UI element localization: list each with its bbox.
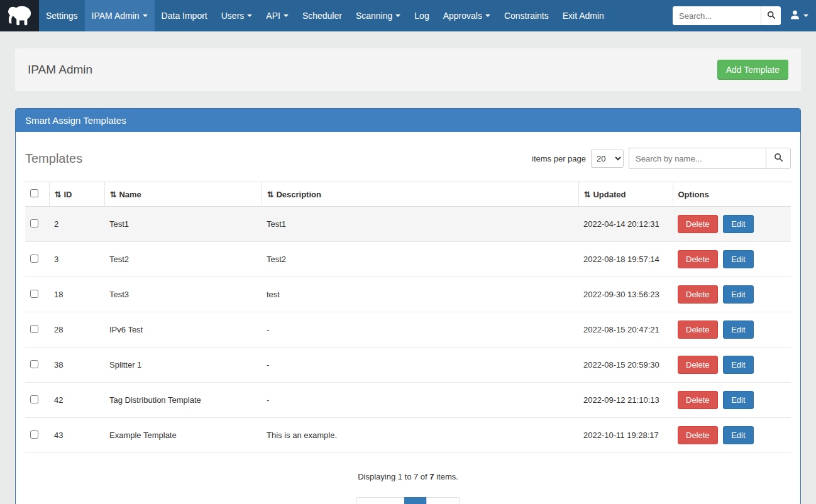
caret-down-icon [485, 14, 490, 17]
cell-id: 42 [49, 383, 104, 418]
previous-page-button[interactable]: Previous [356, 497, 405, 504]
nav-item-label: API [266, 11, 280, 21]
row-checkbox[interactable] [30, 395, 38, 403]
cell-id: 43 [49, 418, 104, 453]
templates-table-body: 2 Test1 Test1 2022-04-14 20:12:31 Delete… [25, 207, 791, 453]
column-header-description[interactable]: ⇅Description [262, 182, 578, 207]
caret-down-icon [803, 14, 808, 17]
nav-item-label: Data Import [162, 11, 207, 21]
cell-updated: 2022-08-15 20:59:30 [578, 348, 673, 383]
delete-button[interactable]: Delete [678, 250, 718, 268]
edit-button[interactable]: Edit [723, 391, 753, 409]
cell-options: Delete Edit [673, 418, 791, 453]
edit-button[interactable]: Edit [723, 250, 753, 268]
delete-button[interactable]: Delete [678, 391, 718, 409]
edit-button[interactable]: Edit [723, 320, 753, 339]
row-checkbox[interactable] [30, 430, 38, 439]
table-row: 3 Test2 Test2 2022-08-18 19:57:14 Delete… [25, 242, 791, 277]
user-menu[interactable] [790, 9, 808, 22]
edit-button[interactable]: Edit [723, 356, 753, 374]
panel-body: Templates items per page 20 [16, 132, 800, 504]
cell-id: 38 [49, 348, 104, 383]
table-header-row: ⇅ID ⇅Name ⇅Description ⇅Updated Options [25, 182, 791, 207]
navbar-search-input[interactable] [673, 6, 761, 25]
column-header-options: Options [673, 182, 791, 207]
search-icon [774, 153, 783, 164]
mammoth-logo-icon [6, 3, 33, 29]
row-checkbox[interactable] [30, 219, 38, 227]
edit-button[interactable]: Edit [723, 426, 753, 444]
cell-name: IPv6 Test [104, 312, 262, 348]
items-per-page-label: items per page [532, 154, 586, 163]
row-checkbox[interactable] [30, 325, 38, 333]
nav-item-ipam-admin[interactable]: IPAM Admin [85, 0, 155, 31]
add-template-button[interactable]: Add Template [717, 60, 788, 80]
name-search-input[interactable] [629, 148, 766, 169]
column-header-updated[interactable]: ⇅Updated [578, 182, 673, 207]
nav-item-label: Users [221, 11, 245, 21]
cell-id: 18 [49, 277, 104, 312]
nav-item-data-import[interactable]: Data Import [155, 0, 214, 31]
row-checkbox[interactable] [30, 360, 38, 368]
next-page-button[interactable]: Next [426, 497, 461, 504]
edit-button[interactable]: Edit [723, 285, 753, 304]
table-row: 18 Test3 test 2022-09-30 13:56:23 Delete… [25, 277, 791, 312]
nav-item-label: Log [414, 11, 429, 21]
select-all-checkbox[interactable] [30, 189, 38, 197]
table-row: 2 Test1 Test1 2022-04-14 20:12:31 Delete… [25, 207, 791, 242]
cell-id: 2 [49, 207, 104, 242]
delete-button[interactable]: Delete [678, 320, 718, 339]
name-search-button[interactable] [766, 148, 791, 169]
delete-button[interactable]: Delete [678, 426, 718, 444]
nav-item-label: Settings [46, 11, 78, 21]
cell-name: Tag Distribution Template [104, 383, 262, 418]
nav-item-constraints[interactable]: Constraints [497, 0, 556, 31]
table-row: 42 Tag Distribution Template - 2022-09-1… [25, 383, 791, 418]
page-title: IPAM Admin [28, 63, 92, 77]
table-row: 28 IPv6 Test - 2022-08-15 20:47:21 Delet… [25, 312, 791, 348]
cell-description: This is an example. [262, 418, 578, 453]
column-header-id[interactable]: ⇅ID [49, 182, 104, 207]
navbar-menu: Settings IPAM Admin Data Import Users AP… [39, 0, 611, 31]
sort-icon[interactable]: ⇅ [584, 190, 591, 199]
cell-id: 28 [49, 312, 104, 348]
cell-name: Test2 [104, 242, 262, 277]
delete-button[interactable]: Delete [678, 215, 718, 233]
sort-icon[interactable]: ⇅ [110, 190, 117, 199]
caret-down-icon [395, 14, 400, 17]
edit-button[interactable]: Edit [723, 215, 753, 233]
column-header-name[interactable]: ⇅Name [104, 182, 262, 207]
nav-item-label: Constraints [504, 11, 549, 21]
row-checkbox[interactable] [30, 255, 38, 263]
cell-description: - [262, 383, 578, 418]
nav-item-exit-admin[interactable]: Exit Admin [556, 0, 611, 31]
nav-item-scheduler[interactable]: Scheduler [295, 0, 349, 31]
nav-item-approvals[interactable]: Approvals [436, 0, 497, 31]
sort-icon[interactable]: ⇅ [267, 190, 274, 199]
table-toolbar: Templates items per page 20 [25, 148, 791, 169]
pagination: Previous 1 Next [25, 497, 791, 504]
page-1-button[interactable]: 1 [404, 497, 426, 504]
nav-item-scanning[interactable]: Scanning [349, 0, 407, 31]
delete-button[interactable]: Delete [678, 285, 718, 304]
panel-title: Smart Assign Templates [16, 109, 800, 132]
cell-options: Delete Edit [673, 312, 791, 348]
nav-item-label: IPAM Admin [92, 11, 140, 21]
navbar-search-group [673, 6, 781, 25]
nav-item-settings[interactable]: Settings [39, 0, 85, 31]
nav-item-api[interactable]: API [259, 0, 295, 31]
cell-id: 3 [49, 242, 104, 277]
navbar-search-button[interactable] [761, 6, 781, 25]
cell-description: - [262, 348, 578, 383]
nav-item-users[interactable]: Users [214, 0, 260, 31]
caret-down-icon [247, 14, 252, 17]
table-row: 43 Example Template This is an example. … [25, 418, 791, 453]
sort-icon[interactable]: ⇅ [55, 190, 62, 199]
delete-button[interactable]: Delete [678, 356, 718, 374]
app-logo[interactable] [0, 0, 39, 31]
nav-item-label: Scheduler [302, 11, 342, 21]
row-checkbox[interactable] [30, 290, 38, 298]
nav-item-label: Exit Admin [563, 11, 604, 21]
nav-item-log[interactable]: Log [407, 0, 436, 31]
items-per-page-select[interactable]: 20 [591, 150, 624, 168]
